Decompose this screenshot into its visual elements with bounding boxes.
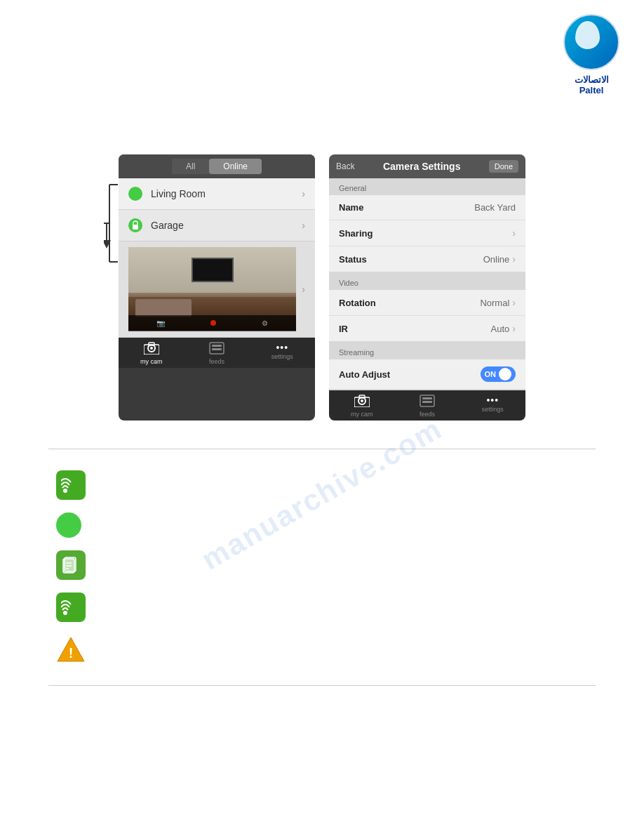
right-mycam-icon	[329, 395, 394, 411]
legend-icon-circle-green	[56, 512, 81, 538]
video-item-row[interactable]: Living Room 📷 ⚙ ›	[119, 241, 315, 338]
right-feeds-icon	[394, 395, 459, 411]
settings-dots-icon: •••	[250, 342, 315, 353]
main-content: All Online Living Room › Garage ›	[0, 0, 644, 421]
svg-point-9	[361, 399, 363, 402]
legend-icon-signal-green-2	[56, 593, 86, 622]
bottom-tab-mycam[interactable]: my cam	[119, 342, 184, 365]
svg-rect-13	[422, 397, 432, 399]
toggle-knob	[499, 368, 511, 380]
row-value-name: Back Yard	[402, 202, 516, 213]
legend-item-signal	[56, 470, 588, 500]
logo-english: Paltel	[553, 85, 630, 95]
tab-all[interactable]: All	[172, 159, 209, 174]
logo-arabic: الاتصالات	[553, 74, 630, 85]
settings-row-name[interactable]: Name Back Yard	[329, 195, 525, 220]
chevron-ir-icon: ›	[512, 323, 516, 334]
legend-item-pages	[56, 550, 588, 580]
right-tab-feeds[interactable]: feeds	[394, 395, 459, 418]
legend-item-signal-2	[56, 593, 588, 622]
video-group: Rotation Normal › IR Auto ›	[329, 290, 525, 341]
settings-content: General Name Back Yard Sharing › Status …	[329, 178, 525, 389]
video-controls-bar: 📷 ⚙	[128, 315, 296, 331]
chevron-right-icon: ›	[302, 188, 305, 199]
tab-bar-top: All Online	[119, 154, 315, 178]
settings-row-status[interactable]: Status Online ›	[329, 246, 525, 272]
logo-icon	[563, 14, 619, 70]
tab-online[interactable]: Online	[209, 159, 262, 174]
left-bottom-tab-bar: my cam feeds ••• settings	[119, 338, 315, 368]
section-label-video: Video	[329, 273, 525, 290]
settings-row-rotation[interactable]: Rotation Normal ›	[329, 290, 525, 316]
left-phone-panel: All Online Living Room › Garage ›	[119, 154, 315, 421]
row-value-rotation: Normal	[402, 298, 509, 308]
done-button[interactable]: Done	[489, 160, 518, 173]
settings-ctrl-icon: ⚙	[262, 319, 268, 327]
settings-row-sharing[interactable]: Sharing ›	[329, 220, 525, 246]
chevron-rotation-icon: ›	[512, 297, 516, 308]
camera-status-locked-garage	[128, 218, 142, 232]
row-label-name: Name	[339, 202, 402, 213]
svg-point-27	[63, 611, 67, 615]
legend-item-circle	[56, 512, 588, 538]
chevron-sharing-icon: ›	[512, 227, 516, 239]
mycam-icon	[119, 342, 184, 358]
svg-point-2	[150, 347, 153, 350]
legend-section: !	[0, 470, 644, 664]
legend-icon-pages-green	[56, 550, 86, 580]
bottom-tab-feeds[interactable]: feeds	[184, 342, 249, 365]
svg-rect-0	[133, 225, 138, 230]
row-label-ir: IR	[339, 324, 402, 334]
back-button[interactable]: Back	[336, 161, 355, 171]
svg-rect-14	[422, 401, 432, 403]
chevron-right-garage-icon: ›	[302, 220, 305, 231]
row-label-auto-adjust: Auto Adjust	[339, 369, 402, 380]
logo-area: الاتصالات Paltel	[553, 14, 630, 95]
settings-label: settings	[250, 353, 315, 360]
right-feeds-label: feeds	[394, 411, 459, 418]
toggle-auto-adjust[interactable]: ON	[402, 366, 516, 382]
svg-text:!: !	[69, 645, 74, 661]
camera-name-garage: Garage	[151, 220, 302, 231]
row-value-status: Online	[402, 254, 509, 265]
chevron-status-icon: ›	[512, 253, 516, 265]
camera-list: Living Room › Garage ›	[119, 178, 315, 241]
feeds-label: feeds	[184, 358, 249, 365]
general-group: Name Back Yard Sharing › Status Online ›	[329, 195, 525, 272]
row-label-sharing: Sharing	[339, 228, 402, 239]
right-tab-settings[interactable]: ••• settings	[460, 395, 525, 418]
settings-row-ir[interactable]: IR Auto ›	[329, 316, 525, 341]
svg-point-21	[63, 489, 67, 493]
mycam-label: my cam	[119, 358, 184, 365]
svg-rect-6	[212, 345, 222, 347]
camera-ctrl-icon: 📷	[156, 319, 165, 327]
row-label-rotation: Rotation	[339, 298, 402, 308]
legend-icon-warning-yellow: !	[56, 635, 86, 664]
streaming-group: Auto Adjust ON	[329, 359, 525, 389]
section-label-streaming: Streaming	[329, 343, 525, 359]
settings-row-auto-adjust[interactable]: Auto Adjust ON	[329, 359, 525, 389]
right-tab-mycam[interactable]: my cam	[329, 395, 394, 418]
divider-line	[48, 449, 596, 449]
right-settings-label: settings	[460, 406, 525, 413]
settings-panel: Back Camera Settings Done General Name B…	[329, 154, 525, 421]
camera-name-living-room: Living Room	[151, 188, 302, 199]
bottom-tab-settings[interactable]: ••• settings	[250, 342, 315, 365]
bottom-divider-line	[48, 685, 596, 686]
legend-icon-signal-green	[56, 470, 86, 500]
chevron-right-video-icon: ›	[302, 284, 305, 295]
section-label-general: General	[329, 178, 525, 195]
legend-item-warning: !	[56, 635, 588, 664]
feeds-icon	[184, 342, 249, 358]
settings-header: Back Camera Settings Done	[329, 154, 525, 178]
settings-title: Camera Settings	[383, 161, 460, 172]
right-mycam-label: my cam	[329, 411, 394, 418]
camera-item-living-room[interactable]: Living Room ›	[119, 178, 315, 210]
toggle-on-badge[interactable]: ON	[481, 366, 516, 382]
camera-item-garage[interactable]: Garage ›	[119, 210, 315, 241]
camera-status-dot-living-room	[128, 187, 142, 201]
toggle-on-label: ON	[485, 370, 497, 378]
row-label-status: Status	[339, 254, 402, 265]
right-settings-dots-icon: •••	[460, 395, 525, 406]
row-value-ir: Auto	[402, 324, 509, 334]
